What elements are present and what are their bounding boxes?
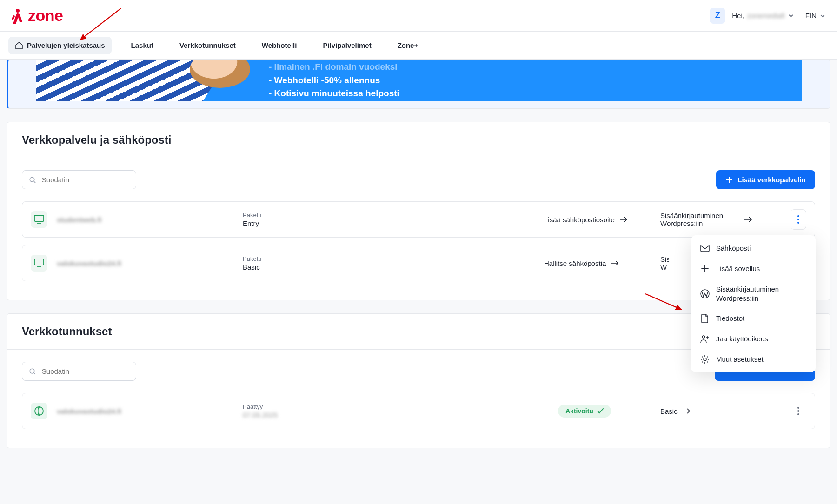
account-menu[interactable]: Z Hei, zonemediafi [710,8,794,24]
file-icon [700,314,710,323]
header-account: Z Hei, zonemediafi FIN [710,8,826,24]
status-badge: Aktivoitu [558,405,611,418]
share-user-icon [700,334,710,344]
svg-point-0 [16,9,20,13]
promo-banner[interactable]: - Ilmainen .FI domain vuodeksi - Webhote… [36,60,802,101]
services-list: studentweb.fi Paketti Entry Lisää sähköp… [7,201,830,300]
chevron-down-icon [819,13,826,19]
row-actions-dropdown: Sähköposti Lisää sovellus Sisäänkirjautu… [691,235,816,372]
svg-rect-9 [701,245,709,252]
dd-email[interactable]: Sähköposti [691,238,816,259]
domain-name[interactable]: valokuvastudio24.fi [57,407,233,415]
dd-files[interactable]: Tiedostot [691,308,816,329]
package-column: Paketti Entry [243,212,354,227]
greeting-user: zonemediafi [747,12,785,20]
monitor-icon [31,255,47,272]
svg-point-21 [797,413,799,415]
row-more-button[interactable] [790,401,806,421]
main-nav: Palvelujen yleiskatsaus Laskut Verkkotun… [0,32,837,60]
email-action-link[interactable]: Lisää sähköpostiosoite [544,216,651,224]
nav-cloud[interactable]: Pilvipalvelimet [316,37,378,54]
kebab-icon [797,215,799,224]
nav-label: Laskut [131,41,153,49]
nav-label: Palvelujen yleiskatsaus [27,41,105,49]
service-row: studentweb.fi Paketti Entry Lisää sähköp… [22,201,815,238]
svg-point-12 [704,358,706,361]
nav-overview[interactable]: Palvelujen yleiskatsaus [8,37,112,54]
search-icon [29,176,36,184]
wordpress-icon [700,289,710,298]
promo-image [36,60,250,101]
email-action-link[interactable]: Hallitse sähköpostia [544,259,651,267]
zone-logo[interactable]: zone [11,7,63,25]
services-filter-input[interactable] [22,170,136,189]
service-name[interactable]: valokuvastudio24.fi [57,259,233,267]
dd-wordpress[interactable]: Sisäänkirjautuminen Wordpress:iin [691,279,816,308]
nav-webhosting[interactable]: Webhotelli [255,37,304,54]
svg-point-6 [797,215,799,217]
filter-field[interactable] [41,367,129,376]
svg-point-7 [797,219,799,220]
search-icon [29,367,36,376]
promo-text: - Ilmainen .FI domain vuodeksi - Webhote… [250,60,802,100]
svg-line-17 [34,373,35,374]
domains-list: valokuvastudio24.fi Päättyy 07.05.2025 A… [7,393,830,448]
svg-point-20 [797,410,799,412]
mail-icon [700,244,710,253]
domain-plan-link[interactable]: Basic [660,407,781,415]
services-section: Verkkopalvelu ja sähköposti Lisää verkko… [7,122,830,300]
language-selector[interactable]: FIN [805,12,826,20]
home-icon [15,41,23,50]
svg-line-13 [645,294,682,310]
promo-banner-card: - Ilmainen .FI domain vuodeksi - Webhote… [7,60,830,109]
svg-point-8 [797,222,799,224]
arrow-right-icon [744,216,752,223]
status-column: Aktivoitu [558,405,651,418]
zone-logo-icon [11,8,25,24]
kebab-icon [797,407,799,415]
filter-field[interactable] [41,175,129,184]
svg-rect-4 [34,215,44,221]
dd-share[interactable]: Jaa käyttöoikeus [691,329,816,349]
top-header: zone Z Hei, zonemediafi FIN [0,0,837,32]
svg-point-2 [30,177,34,182]
plus-icon [700,264,710,273]
monitor-icon [31,211,47,228]
nav-label: Pilvipalvelimet [323,41,371,49]
nav-invoices[interactable]: Laskut [125,37,160,54]
services-toolbar: Lisää verkkopalvelin [7,158,830,201]
plus-icon [725,176,733,184]
domain-row: valokuvastudio24.fi Päättyy 07.05.2025 A… [22,393,815,429]
arrow-right-icon [619,216,628,223]
svg-rect-14 [34,259,44,265]
greeting-prefix: Hei, [732,12,744,20]
dd-settings[interactable]: Muut asetukset [691,349,816,370]
services-title: Verkkopalvelu ja sähköposti [7,122,830,158]
svg-point-19 [797,407,799,409]
chevron-down-icon [788,13,794,19]
wordpress-login-link[interactable]: Sisäänkirjautuminen Wordpress:iin [660,212,781,227]
nav-label: Webhotelli [262,41,297,49]
add-service-button[interactable]: Lisää verkkopalvelin [716,170,815,189]
globe-icon [31,403,47,419]
button-label: Lisää verkkopalvelin [737,176,806,184]
nav-domains[interactable]: Verkkotunnukset [173,37,242,54]
gear-icon [700,355,710,364]
dd-add-app[interactable]: Lisää sovellus [691,259,816,279]
nav-zoneplus[interactable]: Zone+ [391,37,425,54]
arrow-right-icon [682,408,691,414]
package-column: Paketti Basic [243,255,354,271]
nav-label: Zone+ [398,41,418,49]
svg-line-3 [34,181,35,183]
avatar: Z [710,8,725,24]
check-icon [597,408,604,414]
nav-label: Verkkotunnukset [179,41,236,49]
service-name[interactable]: studentweb.fi [57,216,233,224]
row-more-button[interactable] [790,209,806,230]
arrow-right-icon [611,260,619,266]
svg-point-16 [30,369,34,373]
zone-logo-text: zone [28,7,63,25]
svg-point-11 [702,336,705,338]
language-label: FIN [805,12,817,20]
domains-filter-input[interactable] [22,362,136,381]
